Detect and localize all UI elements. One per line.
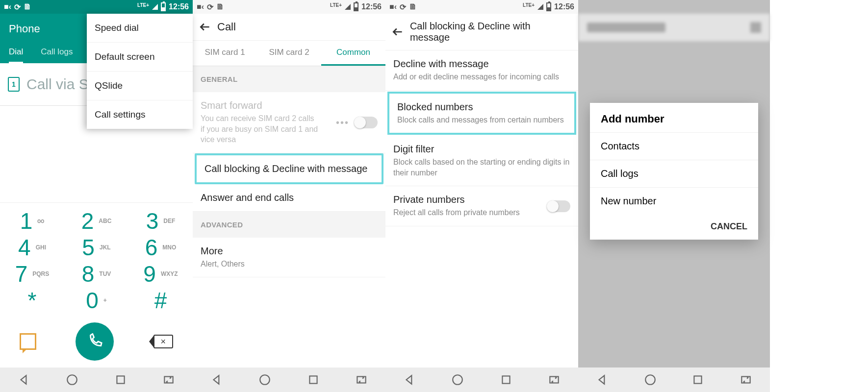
lte-indicator: LTE+ [330,2,342,8]
row-more[interactable]: More Alert, Others [193,238,385,278]
nav-bar [0,368,193,392]
nav-back-icon[interactable] [596,373,609,386]
nav-home-icon[interactable] [66,373,78,386]
row-digit-filter[interactable]: Digit filter Block calls based on the st… [385,136,578,186]
page-title: Call [217,21,236,33]
key-4[interactable]: 4GHI [0,234,64,261]
svg-rect-8 [550,377,558,383]
backspace-icon[interactable] [153,335,173,348]
dial-placeholder: Call via SI [26,76,93,93]
nav-bar [193,368,385,392]
menu-default-screen[interactable]: Default screen [87,42,193,71]
key-3[interactable]: 3DEF [128,208,193,234]
more-dots-icon: ••• [336,117,349,128]
tab-sim1[interactable]: SIM card 1 [193,41,257,66]
private-numbers-toggle[interactable] [547,200,570,212]
key-1[interactable]: 1ᴏᴏ [0,208,64,234]
tab-common[interactable]: Common [321,41,385,66]
row-title: Call blocking & Decline with message [204,163,374,174]
section-general: GENERAL [193,66,385,92]
nav-back-icon[interactable] [18,373,30,386]
screen-add-number-dialog: ■‹⟳🗎 LTE+12:56 Add number Contacts Call … [578,0,770,392]
dialog-title: Add number [590,113,758,132]
screen-call-blocking: ■‹⟳🗎 LTE+12:56 Call blocking & Decline w… [385,0,578,392]
briefcase-icon: 🗎 [216,2,224,11]
key-2[interactable]: 2ABC [64,208,128,234]
videocam-icon: ■‹ [389,2,397,11]
status-bar: ■‹⟳🗎 LTE+12:56 [385,0,578,14]
dialog-option-new-number[interactable]: New number [590,187,758,215]
row-title: Answer and end calls [201,192,378,203]
svg-point-3 [260,375,270,385]
nav-recent-icon[interactable] [114,373,127,386]
row-answer-end[interactable]: Answer and end calls [193,184,385,212]
nav-recent-icon[interactable] [307,373,320,386]
key-5[interactable]: 5JKL [64,234,128,261]
nav-home-icon[interactable] [644,373,657,386]
row-smart-forward: Smart forward You can receive SIM card 2… [193,92,385,153]
highlight-callblock: Call blocking & Decline with message [195,153,383,184]
row-title: Decline with message [393,58,570,70]
row-subtitle: Alert, Others [201,259,378,270]
row-call-blocking[interactable]: Call blocking & Decline with message [197,155,382,182]
nav-bar [578,368,770,392]
lte-indicator: LTE+ [137,2,149,8]
nav-back-icon[interactable] [210,373,223,386]
row-title: Blocked numbers [397,101,566,113]
status-bar: ■‹ ⟳ 🗎 LTE+ 12:56 [0,0,193,14]
status-time: 12:56 [554,2,574,11]
battery-icon [161,2,166,11]
call-button[interactable] [76,322,114,361]
svg-rect-7 [502,376,510,383]
svg-rect-1 [117,376,124,383]
row-blocked-numbers[interactable]: Blocked numbers Block calls and messages… [389,94,574,133]
row-title: Digit filter [393,144,570,155]
keypad: 1ᴏᴏ 2ABC 3DEF 4GHI 5JKL 6MNO 7PQRS 8TUV … [0,202,193,318]
overflow-menu: Speed dial Default screen QSlide Call se… [87,14,193,129]
tab-dial[interactable]: Dial [9,42,23,63]
messages-icon[interactable] [20,333,36,350]
dialog-option-contacts[interactable]: Contacts [590,132,758,160]
key-7[interactable]: 7PQRS [0,261,64,287]
svg-point-9 [645,375,655,385]
key-6[interactable]: 6MNO [128,234,193,261]
tab-sim2[interactable]: SIM card 2 [257,41,321,66]
nav-switch-icon[interactable] [548,373,561,386]
nav-switch-icon[interactable] [162,373,175,386]
menu-speed-dial[interactable]: Speed dial [87,14,193,42]
tab-call-logs[interactable]: Call logs [41,42,73,63]
add-number-dialog: Add number Contacts Call logs New number… [590,103,758,240]
dialog-option-call-logs[interactable]: Call logs [590,160,758,187]
row-decline-message[interactable]: Decline with message Add or edit decline… [385,50,578,91]
back-icon[interactable] [391,25,404,38]
sim-card-icon: 1 [8,77,20,92]
key-star[interactable]: * [0,287,64,314]
menu-qslide[interactable]: QSlide [87,71,193,100]
svg-rect-4 [309,376,317,383]
svg-rect-5 [357,377,365,383]
row-subtitle: Add or edit decline messages for incomin… [393,72,570,82]
svg-rect-11 [741,377,750,383]
smart-forward-toggle[interactable] [354,117,378,128]
nav-recent-icon[interactable] [500,373,512,386]
svg-point-6 [453,375,463,385]
dialog-cancel-button[interactable]: CANCEL [590,215,758,236]
nav-switch-icon[interactable] [355,373,368,386]
nav-home-icon[interactable] [451,373,464,386]
row-title: More [201,245,378,257]
row-subtitle: Reject all calls from private numbers [393,207,521,218]
signal-icon [537,4,543,10]
nav-home-icon[interactable] [258,373,271,386]
key-9[interactable]: 9WXYZ [128,261,193,287]
menu-call-settings[interactable]: Call settings [87,100,193,129]
nav-back-icon[interactable] [403,373,416,386]
back-icon[interactable] [199,21,211,33]
key-0[interactable]: 0+ [64,287,128,314]
nav-recent-icon[interactable] [691,373,704,386]
battery-icon [546,2,551,11]
nav-switch-icon[interactable] [740,373,752,386]
svg-point-0 [68,375,77,385]
row-subtitle: You can receive SIM card 2 calls if you … [201,113,318,145]
key-hash[interactable]: # [128,287,193,314]
key-8[interactable]: 8TUV [64,261,128,287]
